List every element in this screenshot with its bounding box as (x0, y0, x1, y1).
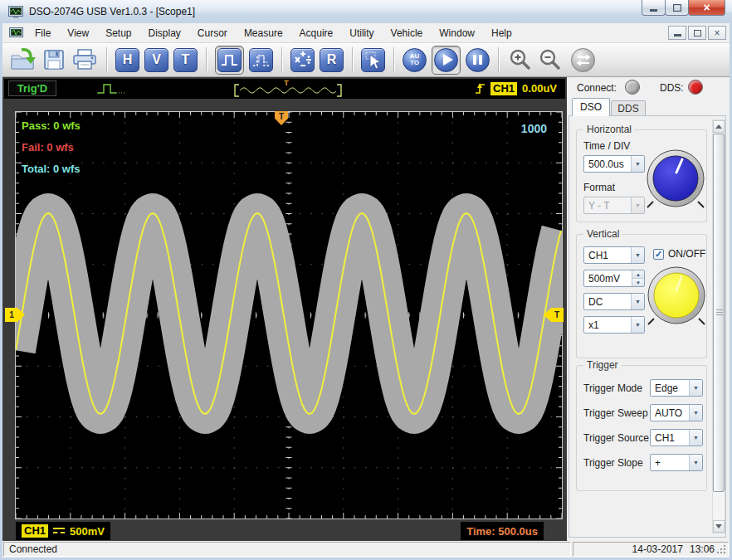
math-icon (292, 49, 314, 71)
svg-text:T: T (284, 79, 289, 87)
toolbar: H V T R (2, 43, 730, 77)
channel-badge: CH1 (22, 524, 48, 538)
trigger-level: 0.00uV (522, 82, 557, 95)
sync-arrows-icon (573, 50, 593, 70)
trigger-sweep-value: AUTO (651, 407, 689, 419)
scroll-up-button[interactable] (713, 120, 725, 133)
tab-dso[interactable]: DSO (572, 98, 610, 116)
top-marker-label: T (279, 112, 284, 121)
menu-item-view[interactable]: View (59, 25, 97, 41)
time-div-value: 500.0us (584, 158, 631, 170)
trigger-group: Trigger Trigger Mode Edge ▼ Trigger Swee… (576, 365, 707, 491)
coupling-value: DC (584, 296, 631, 308)
pause-button[interactable] (466, 48, 490, 72)
pause-icon (473, 55, 482, 65)
minimize-icon (650, 9, 657, 12)
spin-down-button[interactable]: ▼ (632, 278, 644, 286)
menu-item-vehicle[interactable]: Vehicle (383, 25, 432, 41)
timebase-knob[interactable] (645, 149, 706, 210)
format-select[interactable]: Y - T ▼ (583, 197, 645, 214)
mdi-minimize-button[interactable] (668, 26, 686, 40)
mdi-restore-button[interactable] (688, 26, 706, 40)
spin-up-button[interactable]: ▲ (632, 270, 644, 278)
select-button[interactable] (361, 48, 385, 72)
connect-label: Connect: (577, 82, 617, 94)
horizontal-cursor-button[interactable]: H (115, 48, 139, 72)
menu-item-setup[interactable]: Setup (97, 25, 139, 41)
mdi-close-button[interactable]: × (708, 26, 726, 40)
menu-item-display[interactable]: Display (140, 25, 189, 41)
sync-button[interactable] (571, 48, 595, 72)
mask-setup-button[interactable] (249, 48, 273, 72)
arrow-down-icon (715, 524, 722, 528)
pass-fail-button[interactable] (217, 48, 242, 72)
channel-readout: CH1 500mV (16, 522, 110, 540)
trigger-channel-badge: CH1 (490, 82, 517, 95)
vertical-cursor-button[interactable]: V (144, 48, 168, 72)
channel-onoff-checkbox[interactable]: ✓ ON/OFF (653, 248, 705, 260)
tab-dds[interactable]: DDS (611, 100, 646, 116)
menu-item-acquire[interactable]: Acquire (291, 25, 342, 41)
chevron-down-icon: ▼ (689, 405, 702, 421)
play-icon (436, 49, 457, 71)
probe-value: x1 (584, 319, 631, 331)
resize-grip[interactable] (716, 544, 727, 555)
h-label: H (123, 52, 133, 67)
reference-button[interactable]: R (320, 48, 344, 72)
application-window: DSO-2074G USB Ver1.0.3 - [Scope1] × File… (0, 0, 732, 560)
open-folder-icon (10, 47, 37, 72)
coupling-select[interactable]: DC ▼ (583, 293, 645, 310)
maximize-icon (673, 4, 681, 12)
trigger-source-label: Trigger Source (583, 432, 649, 444)
status-time: 13:06 (690, 543, 715, 555)
r-label: R (327, 52, 337, 67)
trigger-slope-select[interactable]: + ▼ (650, 454, 703, 471)
scope-display[interactable]: Pass: 0 wfs Fail: 0 wfs Total: 0 wfs 100… (15, 111, 563, 519)
autoset-button[interactable]: AU TO (403, 48, 427, 72)
trigger-sweep-select[interactable]: AUTO ▼ (650, 404, 703, 421)
menu-item-cursor[interactable]: Cursor (189, 25, 236, 41)
time-div-select[interactable]: 500.0us ▼ (583, 155, 645, 173)
zoom-out-button[interactable] (537, 47, 562, 72)
trigger-mode-label: Trigger Mode (583, 382, 642, 394)
menu-item-measure[interactable]: Measure (236, 25, 291, 41)
horizontal-group: Horizontal Time / DIV 500.0us ▼ Format Y… (576, 129, 707, 222)
menu-item-help[interactable]: Help (483, 25, 520, 41)
pass-fail-selected-frame (215, 46, 244, 75)
close-button[interactable]: × (688, 0, 725, 16)
waveform-preview[interactable]: T (232, 79, 344, 99)
volts-div-value: 500mV (584, 273, 632, 285)
mdi-close-icon: × (714, 27, 720, 39)
volts-knob[interactable] (647, 265, 706, 328)
math-button[interactable] (290, 48, 315, 72)
title-bar: DSO-2074G USB Ver1.0.3 - [Scope1] × (0, 0, 732, 23)
panel-scrollbar[interactable] (712, 119, 725, 533)
run-button[interactable] (434, 48, 458, 72)
print-icon (71, 47, 98, 72)
left-marker-label: 1 (9, 310, 14, 319)
trigger-source-select[interactable]: CH1 ▼ (650, 429, 703, 446)
volts-div-stepper[interactable]: 500mV ▲ ▼ (583, 270, 645, 287)
minimize-button[interactable] (642, 0, 666, 16)
connection-status: Connected (9, 543, 57, 555)
open-button[interactable] (10, 47, 37, 72)
chevron-down-icon: ▼ (631, 247, 644, 263)
menu-item-window[interactable]: Window (431, 25, 483, 41)
trigger-mode-select[interactable]: Edge ▼ (650, 379, 703, 397)
menu-item-utility[interactable]: Utility (341, 25, 382, 41)
scroll-down-button[interactable] (713, 520, 725, 533)
trigger-cursor-button[interactable]: T (173, 48, 198, 72)
zoom-in-button[interactable] (507, 47, 532, 72)
channel-select[interactable]: CH1 ▼ (583, 246, 645, 264)
menu-item-file[interactable]: File (27, 25, 59, 41)
maximize-button[interactable] (665, 0, 689, 16)
mdi-minimize-icon (674, 34, 681, 37)
scrollbar-thumb[interactable] (713, 134, 725, 492)
pulse-dashed-icon (251, 49, 272, 71)
time-div-label: Time / DIV (583, 140, 630, 152)
print-button[interactable] (71, 47, 98, 72)
onoff-label: ON/OFF (668, 248, 705, 260)
save-button[interactable] (41, 47, 66, 72)
trigger-mode-value: Edge (651, 382, 689, 394)
probe-select[interactable]: x1 ▼ (583, 316, 645, 334)
